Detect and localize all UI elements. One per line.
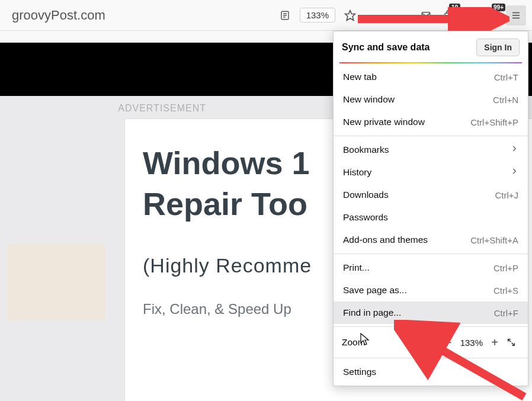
extension-badge-icon[interactable]: 10 <box>438 5 459 25</box>
menu-divider <box>334 358 528 358</box>
shield-icon[interactable] <box>461 5 481 25</box>
menu-divider <box>334 326 528 327</box>
url-display: groovyPost.com <box>12 8 274 23</box>
svg-rect-6 <box>445 13 452 19</box>
menu-new-window[interactable]: New window Ctrl+N <box>334 88 528 111</box>
menu-settings[interactable]: Settings <box>334 361 528 383</box>
zoom-indicator[interactable]: 133% <box>300 8 335 23</box>
browser-toolbar: groovyPost.com 133% 10 99+ <box>0 0 532 31</box>
menu-new-private-window[interactable]: New private window Ctrl+Shift+P <box>334 111 528 133</box>
fullscreen-icon[interactable] <box>503 334 520 351</box>
bookmark-star-icon[interactable] <box>340 5 360 25</box>
menu-passwords[interactable]: Passwords <box>334 206 528 229</box>
badge-count: 10 <box>449 4 460 11</box>
svg-rect-7 <box>491 12 497 18</box>
notifications-icon[interactable]: 99+ <box>483 5 504 25</box>
zoom-in-button[interactable]: + <box>486 334 503 351</box>
hamburger-menu-button[interactable] <box>506 5 526 25</box>
menu-save-as[interactable]: Save page as... Ctrl+S <box>334 279 528 301</box>
menu-downloads[interactable]: Downloads Ctrl+J <box>334 184 528 206</box>
signin-button[interactable]: Sign In <box>476 39 520 56</box>
menu-print[interactable]: Print... Ctrl+P <box>334 256 528 279</box>
zoom-out-button[interactable]: − <box>440 334 457 351</box>
sidebar-thumbnail <box>7 244 105 321</box>
menu-divider <box>334 136 528 136</box>
menu-sync-header: Sync and save data Sign In <box>334 31 528 62</box>
rainbow-divider <box>339 62 522 63</box>
menu-find-in-page[interactable]: Find in page... Ctrl+F <box>334 301 528 324</box>
menu-addons[interactable]: Add-ons and themes Ctrl+Shift+A <box>334 229 528 251</box>
sync-label: Sync and save data <box>342 42 430 53</box>
menu-new-tab[interactable]: New tab Ctrl+T <box>334 66 528 88</box>
menu-bookmarks[interactable]: Bookmarks <box>334 139 528 161</box>
mouse-cursor-icon <box>360 333 371 348</box>
zoom-value: 133% <box>457 338 486 348</box>
badge-plus: 99+ <box>492 4 505 11</box>
menu-history[interactable]: History <box>334 161 528 184</box>
menu-divider <box>334 254 528 254</box>
svg-marker-4 <box>345 10 355 20</box>
chevron-right-icon <box>510 145 518 155</box>
chevron-right-icon <box>510 167 518 178</box>
mail-icon[interactable] <box>416 5 436 25</box>
reader-mode-icon[interactable] <box>275 5 295 25</box>
